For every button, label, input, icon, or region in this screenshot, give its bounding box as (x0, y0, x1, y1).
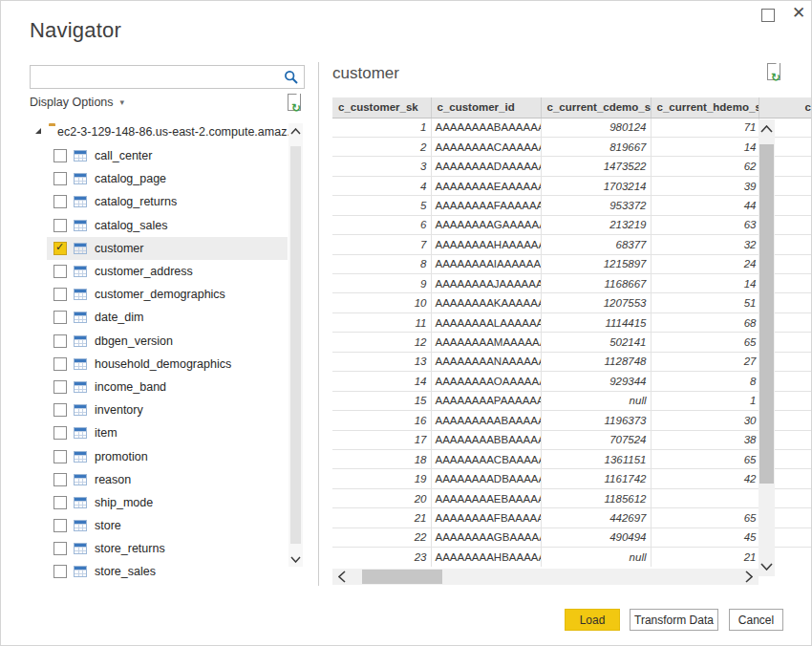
preview-hscrollbar[interactable] (332, 569, 759, 585)
scroll-left-icon[interactable] (334, 569, 350, 585)
table-checkbox[interactable]: ✓ (53, 565, 67, 578)
table-checkbox[interactable]: ✓ (53, 357, 67, 371)
table-checkbox[interactable]: ✓ (53, 242, 67, 255)
tree-item[interactable]: ✓ store (47, 514, 288, 537)
tree-item[interactable]: ✓ store_sales (47, 560, 288, 583)
scroll-right-icon[interactable] (741, 569, 757, 585)
cell-customer-id: AAAAAAAAPAAAAAAA (431, 391, 541, 410)
cell-hdemo-sk: 62 (651, 157, 759, 176)
table-name: customer_address (95, 265, 193, 278)
table-row: 1 AAAAAAAABAAAAAAA 980124 71 (332, 118, 812, 137)
table-checkbox[interactable]: ✓ (53, 519, 67, 532)
cell-customer-id: AAAAAAAADBAAAAAA (431, 469, 541, 488)
display-options-dropdown[interactable]: Display Options▾ (30, 96, 124, 109)
cell-hdemo-sk: 51 (651, 293, 759, 312)
tree-item[interactable]: ✓ call_center (47, 144, 288, 167)
tree-item[interactable]: ✓ dbgen_version (47, 330, 288, 353)
table-checkbox[interactable]: ✓ (53, 149, 67, 162)
table-row: 20 AAAAAAAAEBAAAAAA 1185612 (332, 488, 812, 507)
table-checkbox[interactable]: ✓ (53, 380, 67, 394)
refresh-icon: ↻ (291, 101, 301, 115)
tree-scrollbar-thumb[interactable] (290, 146, 301, 544)
document-fold (775, 62, 780, 67)
cell-customer-id: AAAAAAAAABAAAAAA (431, 411, 541, 430)
table-checkbox[interactable]: ✓ (53, 311, 67, 324)
cell-cdemo-sk: 68377 (541, 235, 651, 254)
table-name: customer (95, 242, 143, 255)
refresh-list-button[interactable]: ↻ (287, 94, 303, 114)
cancel-button[interactable]: Cancel (729, 609, 783, 631)
maximize-icon[interactable] (761, 9, 775, 22)
table-checkbox[interactable]: ✓ (53, 334, 67, 348)
tree-item[interactable]: ✓ customer (47, 237, 288, 260)
tree-item[interactable]: ✓ catalog_page (47, 167, 288, 190)
search-box (30, 65, 305, 89)
tree-item[interactable]: ✓ inventory (47, 398, 288, 421)
tree-scrollbar[interactable] (288, 123, 303, 567)
table-checkbox[interactable]: ✓ (53, 195, 67, 208)
table-checkbox[interactable]: ✓ (53, 403, 67, 417)
transform-data-button[interactable]: Transform Data (630, 609, 718, 631)
preview-hscrollbar-thumb[interactable] (362, 570, 442, 584)
scroll-down-icon[interactable] (288, 551, 303, 567)
tree-item[interactable]: ✓ date_dim (47, 306, 288, 329)
table-icon (74, 173, 87, 184)
tree-item[interactable]: ✓ customer_demographics (47, 283, 288, 306)
tree-item[interactable]: ✓ catalog_returns (47, 190, 288, 213)
table-checkbox[interactable]: ✓ (53, 172, 67, 185)
cell-customer-id: AAAAAAAACAAAAAAA (431, 137, 541, 156)
document-fold (295, 93, 300, 97)
cell-customer-id: AAAAAAAAGBAAAAAA (431, 528, 541, 547)
search-icon[interactable] (284, 70, 299, 85)
table-checkbox[interactable]: ✓ (53, 426, 67, 440)
table-checkbox[interactable]: ✓ (53, 219, 67, 232)
cell-hdemo-sk: 1 (651, 391, 759, 410)
cell-customer-id: AAAAAAAAMAAAAAAA (431, 333, 541, 352)
cell-cdemo-sk: 1161742 (541, 469, 651, 488)
tree-item[interactable]: ✓ household_demographics (47, 353, 288, 376)
load-button[interactable]: Load (565, 609, 620, 631)
refresh-preview-button[interactable]: ↻ (766, 63, 782, 83)
table-checkbox[interactable]: ✓ (53, 496, 67, 509)
table-row: 2 AAAAAAAACAAAAAAA 819667 14 (332, 137, 812, 156)
preview-vscrollbar[interactable] (759, 119, 775, 576)
table-icon (74, 335, 87, 347)
table-row: 9 AAAAAAAAJAAAAAAA 1168667 14 (332, 274, 812, 293)
tree-item[interactable]: ✓ promotion (47, 444, 288, 467)
cell-customer-sk: 14 (332, 372, 431, 391)
scroll-up-icon[interactable] (759, 121, 775, 137)
table-icon (74, 358, 87, 370)
cell-hdemo-sk: 63 (651, 215, 759, 234)
expand-triangle-icon[interactable] (35, 128, 41, 134)
table-checkbox[interactable]: ✓ (53, 542, 67, 555)
tree-item[interactable]: ✓ store_returns (47, 537, 288, 560)
table-checkbox[interactable]: ✓ (53, 288, 67, 301)
search-input[interactable] (34, 68, 283, 88)
tree-item[interactable]: ✓ customer_address (47, 260, 288, 283)
scroll-down-icon[interactable] (759, 559, 775, 574)
cell-customer-id: AAAAAAAADAAAAAAA (431, 157, 541, 176)
column-header: c_customer_sk (332, 97, 431, 118)
tree-root-server[interactable]: ec2-3-129-148-86.us-east-2.compute.amaz.… (30, 119, 288, 144)
tree-item[interactable]: ✓ item (47, 421, 288, 444)
table-row: 13 AAAAAAAANAAAAAAA 1128748 27 (332, 352, 812, 371)
tree-item[interactable]: ✓ reason (47, 468, 288, 491)
table-name: catalog_page (95, 172, 166, 185)
table-icon (74, 312, 87, 323)
table-name: date_dim (95, 311, 143, 324)
table-checkbox[interactable]: ✓ (53, 265, 67, 278)
table-icon (74, 266, 87, 277)
cell-customer-id: AAAAAAAANAAAAAAA (431, 352, 541, 371)
preview-vscrollbar-thumb[interactable] (759, 144, 774, 484)
tree-item[interactable]: ✓ ship_mode (47, 491, 288, 514)
table-checkbox[interactable]: ✓ (53, 450, 67, 463)
tree-item[interactable]: ✓ income_band (47, 376, 288, 398)
table-icon (74, 220, 87, 231)
cell-customer-sk: 5 (332, 196, 431, 215)
scroll-up-icon[interactable] (288, 123, 303, 139)
table-checkbox[interactable]: ✓ (53, 473, 67, 486)
tree-item[interactable]: ✓ catalog_sales (47, 214, 288, 237)
cell-customer-sk: 19 (332, 469, 431, 488)
table-row: 4 AAAAAAAAEAAAAAAA 1703214 39 (332, 176, 812, 195)
close-icon[interactable]: ✕ (790, 5, 807, 22)
